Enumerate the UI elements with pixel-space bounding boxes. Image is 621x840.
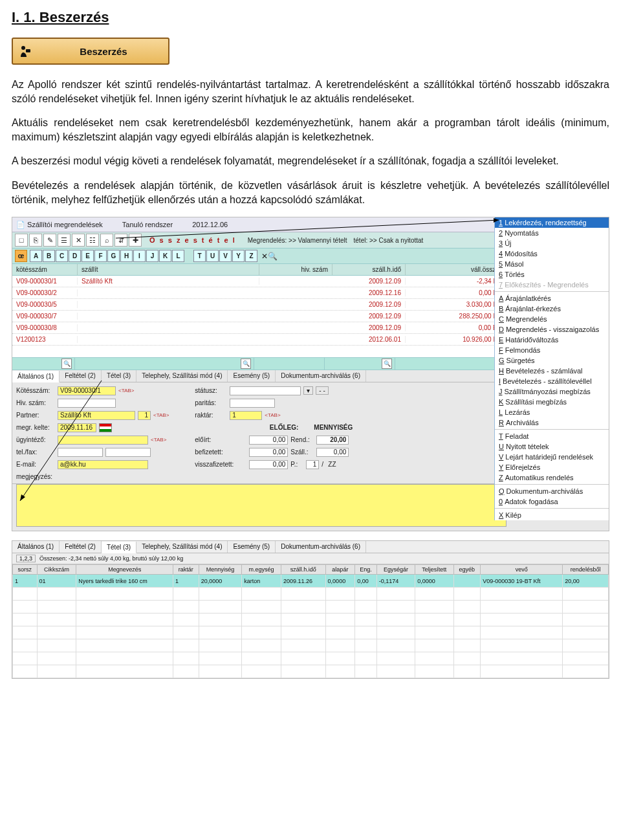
input-statusz[interactable] [230, 386, 301, 395]
alpha-key-z[interactable]: Z [245, 250, 257, 262]
alpha-key-u[interactable]: U [206, 250, 219, 262]
grid-header-kotesszam[interactable]: kötésszám [12, 264, 78, 275]
toolbar-button-0[interactable]: □ [15, 234, 28, 247]
detail-tab-1[interactable]: Feltétel (2) [60, 370, 102, 382]
input-raktar[interactable]: 1 [230, 411, 262, 420]
item-header[interactable]: m.egység [242, 565, 281, 575]
menu-item-l[interactable]: LLezárás [495, 407, 609, 417]
menu-item-v[interactable]: VLejárt határidejű rendelések [495, 452, 609, 462]
detail-tab-5[interactable]: Dokumentum-archiválás (6) [276, 370, 366, 382]
toolbar-button-6[interactable]: ⌕ [100, 234, 113, 247]
menu-item-z[interactable]: ZAutomatikus rendelés [495, 472, 609, 483]
grid-header-szallit[interactable]: szállít [78, 264, 259, 275]
menu-item-c[interactable]: CMegrendelés [495, 314, 609, 324]
alpha-key-k[interactable]: K [159, 250, 171, 262]
menu-item-2[interactable]: 2Nyomtatás [495, 228, 609, 238]
menu-item-6[interactable]: 6Törlés [495, 269, 609, 280]
alpha-key-v[interactable]: V [219, 250, 232, 262]
input-tel[interactable] [58, 448, 103, 457]
menu-item-y[interactable]: YElőrejelzés [495, 462, 609, 472]
menu-item-u[interactable]: UNyitott tételek [495, 441, 609, 452]
item-header[interactable]: raktár [173, 565, 199, 575]
menu-item-a[interactable]: AÁrajánlatkérés [495, 293, 609, 304]
input-megrkelte[interactable]: 2009.11.16 [58, 423, 96, 432]
menu-item-1[interactable]: 1Lekérdezés, rendezettség [495, 217, 609, 228]
toolbar-button-1[interactable]: ⎘ [29, 234, 42, 247]
menu-item-j[interactable]: JSzállítmányozási megbízás [495, 386, 609, 397]
alpha-key-h[interactable]: H [120, 250, 133, 262]
toolbar-button-4[interactable]: ✕ [72, 234, 85, 247]
menu-item-h[interactable]: HBevételezés - számlával [495, 366, 609, 376]
alpha-key-l[interactable]: L [172, 250, 184, 262]
menu-item-0[interactable]: 0Adatok fogadása [495, 496, 609, 507]
alpha-key-a[interactable]: A [30, 250, 42, 262]
toolbar-button-7[interactable]: ⇵ [114, 234, 127, 247]
item-header[interactable]: sorsz [13, 565, 38, 575]
item-header[interactable]: Egységár [376, 565, 415, 575]
filter-a[interactable]: Megrendelés: >> Valamennyi tételt [248, 237, 347, 244]
input-ugyintezo[interactable] [58, 436, 148, 445]
alpha-key-g[interactable]: G [107, 250, 120, 262]
search-icon[interactable]: 🔍 [61, 359, 72, 369]
input-hivszam[interactable] [58, 399, 116, 408]
detail-tab2-5[interactable]: Dokumentum-archiválás (6) [276, 541, 366, 553]
menu-item-k[interactable]: KSzállítási megbízás [495, 397, 609, 407]
item-header[interactable]: vevő [481, 565, 563, 575]
menu-item-7[interactable]: 7Előkészítés - Megrendelés [495, 280, 609, 290]
detail-tab2-0[interactable]: Általános (1) [12, 541, 60, 553]
item-header[interactable]: rendelésből [563, 565, 609, 575]
item-row[interactable]: 101Nyers tarkedli trike 160 cm120,0000ka… [13, 575, 609, 588]
menu-item-g[interactable]: GSürgetés [495, 355, 609, 366]
alpha-key-e[interactable]: E [82, 250, 94, 262]
item-header[interactable]: Eng. [355, 565, 377, 575]
item-header[interactable]: Mennyiség [199, 565, 242, 575]
toolbar-button-2[interactable]: ✎ [43, 234, 56, 247]
input-fax[interactable] [105, 448, 151, 457]
detail-tab2-1[interactable]: Feltétel (2) [60, 541, 102, 553]
detail-tab-3[interactable]: Telephely, Szállítási mód (4) [136, 370, 228, 382]
item-header[interactable]: száll.h.idő [281, 565, 325, 575]
search-icon[interactable]: 🔍 [241, 359, 251, 369]
menu-item-b[interactable]: BÁrajánlat-érkezés [495, 304, 609, 314]
item-header[interactable]: Teljesített [415, 565, 453, 575]
menu-item-t[interactable]: TFeladat [495, 431, 609, 441]
input-email[interactable]: a@kk.hu [58, 460, 148, 469]
input-partner-no[interactable]: 1 [138, 411, 151, 420]
alpha-key-f[interactable]: F [94, 250, 107, 262]
detail-tab2-4[interactable]: Esemény (5) [228, 541, 276, 553]
item-header[interactable]: alapár [325, 565, 355, 575]
grid-header-szallhido[interactable]: száll.h.idő [332, 264, 406, 275]
menu-item-f[interactable]: FFelmondás [495, 345, 609, 355]
filter-b[interactable]: tétel: >> Csak a nyitottat [354, 237, 424, 244]
alpha-key-y[interactable]: Y [232, 250, 245, 262]
menu-item-r[interactable]: RArchiválás [495, 417, 609, 428]
input-paritas[interactable] [230, 399, 275, 408]
alpha-key-i[interactable]: I [133, 250, 146, 262]
input-partner[interactable]: Szállító Kft [58, 411, 135, 420]
detail-tab2-2[interactable]: Tétel (3) [102, 542, 136, 553]
grid-header-hivszam[interactable]: hiv. szám [259, 264, 332, 275]
alpha-key-d[interactable]: D [69, 250, 81, 262]
alpha-key-b[interactable]: B [43, 250, 55, 262]
menu-item-q[interactable]: QDokumentum-archiválás [495, 486, 609, 496]
detail-tab-2[interactable]: Tétel (3) [102, 370, 136, 382]
alpha-key-j[interactable]: J [146, 250, 158, 262]
menu-item-5[interactable]: 5Másol [495, 259, 609, 269]
item-header[interactable]: Megnevezés [76, 565, 173, 575]
item-header[interactable]: egyéb [453, 565, 481, 575]
search-icon[interactable]: 🔍 [382, 359, 392, 369]
menu-item-3[interactable]: 3Új [495, 238, 609, 249]
alpha-reset[interactable]: œ [15, 250, 27, 262]
menu-item-e[interactable]: EHatáridőváltozás [495, 335, 609, 345]
toolbar-button-5[interactable]: ☷ [86, 234, 99, 247]
item-header[interactable]: Cikkszám [37, 565, 76, 575]
toolbar-button-8[interactable]: ✚ [129, 234, 142, 247]
alpha-key-t[interactable]: T [193, 250, 206, 262]
menu-item-i[interactable]: IBevételezés - szállítólevéllel [495, 376, 609, 386]
input-megjegyzes[interactable] [16, 484, 507, 527]
menu-item-x[interactable]: XKilép [495, 510, 609, 520]
detail-tab2-3[interactable]: Telephely, Szállítási mód (4) [136, 541, 228, 553]
detail-tab-4[interactable]: Esemény (5) [228, 370, 276, 382]
detail-tab-0[interactable]: Általános (1) [12, 371, 60, 382]
toolbar-button-3[interactable]: ☰ [58, 234, 71, 247]
